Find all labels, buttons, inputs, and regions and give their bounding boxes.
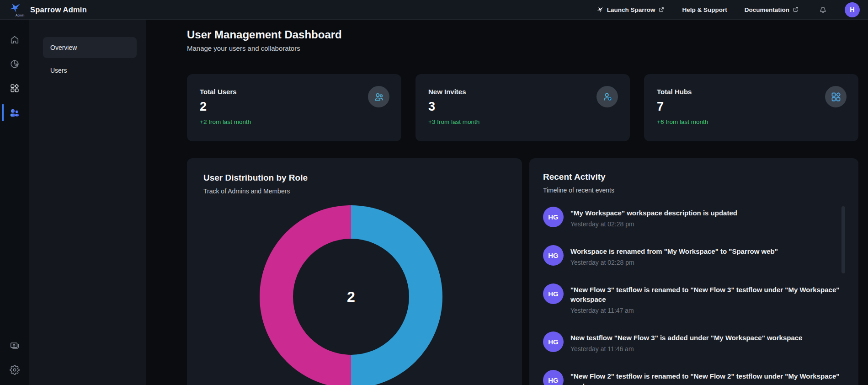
user-add-icon bbox=[596, 86, 618, 107]
users-icon bbox=[368, 86, 389, 107]
recent-activity-card: Recent Activity Timeline of recent event… bbox=[529, 158, 858, 385]
activity-avatar: HG bbox=[543, 207, 564, 227]
stat-delta: +3 from last month bbox=[428, 118, 617, 125]
activity-timestamp: Yesterday at 11:46 am bbox=[570, 345, 802, 353]
documentation-link[interactable]: Documentation bbox=[745, 6, 799, 13]
activity-item: HG "New Flow 2" testflow is renamed to "… bbox=[543, 370, 845, 385]
activity-text: "My Workspace" workspace description is … bbox=[570, 208, 737, 218]
rail-analytics-icon[interactable] bbox=[0, 59, 29, 69]
chart-title: User Distribution by Role bbox=[203, 173, 522, 183]
activity-timestamp: Yesterday at 11:47 am bbox=[570, 307, 845, 314]
app-window: Admin Sparrow Admin Launch Sparrow bbox=[0, 0, 868, 385]
main-content: User Management Dashboard Manage your us… bbox=[146, 20, 868, 385]
scrollbar-thumb[interactable] bbox=[841, 206, 845, 273]
activity-title: Recent Activity bbox=[543, 172, 845, 182]
documentation-label: Documentation bbox=[745, 6, 789, 13]
activity-subtitle: Timeline of recent events bbox=[543, 187, 845, 194]
stat-delta: +2 from last month bbox=[200, 118, 389, 125]
sidebar-item-overview[interactable]: Overview bbox=[43, 37, 137, 58]
donut-hole: 2 bbox=[293, 239, 409, 355]
user-distribution-card: User Distribution by Role Track of Admin… bbox=[187, 158, 522, 385]
external-link-icon bbox=[658, 6, 665, 13]
app-title: Sparrow Admin bbox=[30, 5, 87, 14]
activity-item: HG Workspace is renamed from "My Workspa… bbox=[543, 245, 845, 266]
activity-body: "New Flow 2" testflow is renamed to "New… bbox=[570, 370, 845, 385]
sidebar-item-users[interactable]: Users bbox=[43, 60, 137, 81]
activity-avatar: HG bbox=[543, 370, 564, 385]
role-donut-chart: 2 bbox=[260, 205, 442, 385]
secondary-sidebar: Overview Users bbox=[29, 20, 146, 385]
activity-item: HG New testflow "New Flow 3" is added un… bbox=[543, 332, 845, 353]
stat-value: 7 bbox=[657, 100, 846, 114]
stat-card-new-invites: New Invites 3 +3 from last month bbox=[415, 74, 630, 141]
activity-avatar: HG bbox=[543, 245, 564, 266]
page-title: User Management Dashboard bbox=[187, 28, 858, 41]
notifications-bell-icon[interactable] bbox=[818, 5, 827, 14]
user-avatar[interactable]: H bbox=[845, 2, 860, 17]
top-bar: Admin Sparrow Admin Launch Sparrow bbox=[0, 0, 868, 20]
stat-card-total-users: Total Users 2 +2 from last month bbox=[187, 74, 401, 141]
stat-label: New Invites bbox=[428, 88, 617, 96]
icon-rail bbox=[0, 20, 29, 385]
activity-body: New testflow "New Flow 3" is added under… bbox=[570, 332, 802, 353]
launch-sparrow-label: Launch Sparrow bbox=[607, 6, 655, 13]
activity-item: HG "New Flow 3" testflow is renamed to "… bbox=[543, 283, 845, 315]
dashboard-row-2: User Distribution by Role Track of Admin… bbox=[187, 158, 858, 385]
top-nav: Launch Sparrow Help & Support Documentat… bbox=[597, 2, 860, 17]
stat-label: Total Users bbox=[200, 88, 389, 96]
donut-center-value: 2 bbox=[347, 289, 355, 305]
activity-text: "New Flow 3" testflow is renamed to "New… bbox=[570, 285, 845, 305]
stat-value: 3 bbox=[428, 100, 617, 114]
activity-text: "New Flow 2" testflow is renamed to "New… bbox=[570, 371, 845, 385]
rail-users-icon[interactable] bbox=[0, 107, 29, 118]
stats-row: Total Users 2 +2 from last month New Inv… bbox=[187, 74, 858, 141]
stat-card-total-hubs: Total Hubs 7 +6 from last month bbox=[644, 74, 858, 141]
rail-hubs-icon[interactable] bbox=[0, 83, 29, 93]
activity-avatar: HG bbox=[543, 283, 564, 304]
activity-timestamp: Yesterday at 02:28 pm bbox=[570, 259, 778, 266]
stat-value: 2 bbox=[200, 100, 389, 114]
help-support-label: Help & Support bbox=[682, 6, 727, 13]
activity-item: HG "My Workspace" workspace description … bbox=[543, 207, 845, 228]
activity-avatar: HG bbox=[543, 332, 564, 352]
activity-timestamp: Yesterday at 02:28 pm bbox=[570, 220, 737, 228]
activity-text: Workspace is renamed from "My Workspace"… bbox=[570, 246, 778, 257]
chart-subtitle: Track of Admins and Members bbox=[203, 187, 522, 195]
activity-text: New testflow "New Flow 3" is added under… bbox=[570, 333, 802, 343]
hubs-icon bbox=[825, 86, 847, 107]
activity-list: HG "My Workspace" workspace description … bbox=[543, 207, 845, 385]
activity-body: Workspace is renamed from "My Workspace"… bbox=[570, 245, 778, 266]
rail-billing-icon[interactable] bbox=[0, 341, 29, 351]
page-subtitle: Manage your users and collaborators bbox=[187, 44, 858, 52]
activity-body: "My Workspace" workspace description is … bbox=[570, 207, 737, 228]
shell: Overview Users User Management Dashboard… bbox=[0, 20, 868, 385]
rail-settings-gear-icon[interactable] bbox=[0, 365, 29, 375]
stat-delta: +6 from last month bbox=[657, 118, 846, 125]
sparrow-bird-icon bbox=[597, 6, 604, 13]
help-support-link[interactable]: Help & Support bbox=[682, 6, 727, 13]
rail-home-icon[interactable] bbox=[0, 35, 29, 45]
logo-sub-label: Admin bbox=[16, 14, 24, 17]
external-link-icon bbox=[793, 6, 799, 13]
sparrow-logo-icon: Admin bbox=[8, 2, 26, 17]
activity-body: "New Flow 3" testflow is renamed to "New… bbox=[570, 283, 845, 315]
launch-sparrow-link[interactable]: Launch Sparrow bbox=[597, 6, 665, 13]
stat-label: Total Hubs bbox=[657, 88, 846, 96]
brand: Admin Sparrow Admin bbox=[8, 2, 87, 17]
